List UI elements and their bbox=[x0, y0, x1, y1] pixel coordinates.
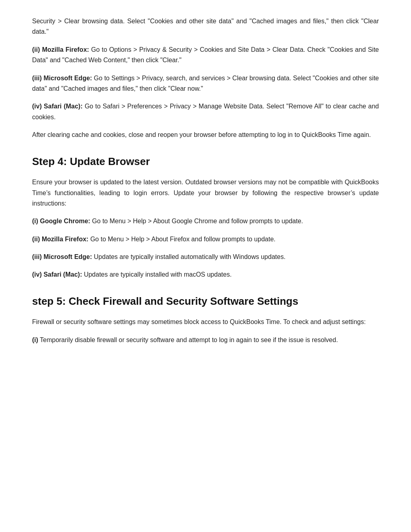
edge-update-text: Updates are typically installed automati… bbox=[92, 253, 285, 260]
safari-update-text: Updates are typically installed with mac… bbox=[82, 271, 232, 278]
step5-i-paragraph: (i) Temporarily disable firewall or secu… bbox=[32, 335, 379, 345]
firefox-update-paragraph: (ii) Mozilla Firefox: Go to Menu > Help … bbox=[32, 234, 379, 245]
step5-i-text: Temporarily disable firewall or security… bbox=[38, 336, 338, 343]
step5-heading: step 5: Check Firewall and Security Soft… bbox=[32, 293, 379, 310]
safari-text: Go to Safari > Preferences > Privacy > M… bbox=[32, 103, 379, 120]
step5-intro-paragraph: Firewall or security software settings m… bbox=[32, 317, 379, 327]
main-content: Security > Clear browsing data. Select "… bbox=[0, 0, 411, 377]
safari-update-paragraph: (iv) Safari (Mac): Updates are typically… bbox=[32, 269, 379, 280]
safari-paragraph: (iv) Safari (Mac): Go to Safari > Prefer… bbox=[32, 101, 379, 122]
step5-i-label: (i) bbox=[32, 336, 38, 343]
edge-paragraph: (iii) Microsoft Edge: Go to Settings > P… bbox=[32, 73, 379, 94]
after-clearing-text: After clearing cache and cookies, close … bbox=[32, 131, 371, 138]
step4-intro-paragraph: Ensure your browser is updated to the la… bbox=[32, 177, 379, 209]
intro-text: Security > Clear browsing data. Select "… bbox=[32, 18, 379, 35]
firefox-paragraph: (ii) Mozilla Firefox: Go to Options > Pr… bbox=[32, 45, 379, 66]
edge-label: (iii) Microsoft Edge: bbox=[32, 75, 92, 82]
after-clearing-paragraph: After clearing cache and cookies, close … bbox=[32, 130, 379, 140]
chrome-update-paragraph: (i) Google Chrome: Go to Menu > Help > A… bbox=[32, 216, 379, 226]
step5-intro-text: Firewall or security software settings m… bbox=[32, 318, 366, 325]
intro-paragraph: Security > Clear browsing data. Select "… bbox=[32, 16, 379, 37]
step4-intro-text: Ensure your browser is updated to the la… bbox=[32, 179, 379, 207]
edge-update-label: (iii) Microsoft Edge: bbox=[32, 253, 92, 260]
step4-heading: Step 4: Update Browser bbox=[32, 153, 379, 170]
step5-rest: tep 5: Check Firewall and Security Softw… bbox=[38, 295, 298, 307]
edge-update-paragraph: (iii) Microsoft Edge: Updates are typica… bbox=[32, 252, 379, 262]
firefox-update-label: (ii) Mozilla Firefox: bbox=[32, 236, 88, 243]
chrome-update-label: (i) Google Chrome: bbox=[32, 218, 90, 224]
firefox-label: (ii) Mozilla Firefox: bbox=[32, 46, 89, 53]
safari-label: (iv) Safari (Mac): bbox=[32, 103, 83, 110]
chrome-update-text: Go to Menu > Help > About Google Chrome … bbox=[90, 218, 303, 224]
step5-s: s bbox=[32, 295, 38, 307]
safari-update-label: (iv) Safari (Mac): bbox=[32, 271, 82, 278]
firefox-update-text: Go to Menu > Help > About Firefox and fo… bbox=[88, 236, 275, 243]
